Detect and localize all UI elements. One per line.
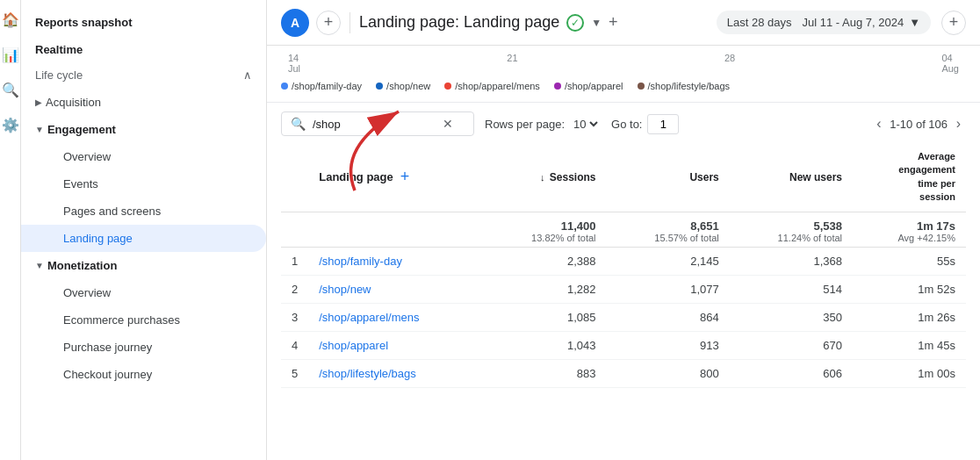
col-header-avg-time[interactable]: Averageengagementtime persession bbox=[853, 143, 966, 212]
row-sessions: 1,043 bbox=[483, 331, 606, 359]
lifecycle-collapse-icon[interactable]: ∧ bbox=[243, 68, 252, 82]
sidebar-group-monetization[interactable]: ▼ Monetization bbox=[21, 252, 266, 279]
date-range-selector[interactable]: Last 28 days Jul 11 - Aug 7, 2024 ▼ bbox=[717, 11, 931, 34]
row-users: 2,145 bbox=[607, 247, 730, 275]
col-header-rank bbox=[281, 143, 308, 212]
totals-users-sub: 15.57% of total bbox=[617, 233, 719, 243]
sidebar-item-overview[interactable]: Overview bbox=[21, 143, 266, 170]
totals-page-cell bbox=[308, 212, 483, 247]
row-new-users: 606 bbox=[730, 359, 853, 387]
next-page-button[interactable]: › bbox=[951, 114, 966, 133]
totals-avg-time-value: 1m 17s bbox=[917, 219, 955, 233]
row-sessions: 883 bbox=[483, 359, 606, 387]
icon-bar: 🏠 📊 🔍 ⚙️ bbox=[0, 0, 21, 460]
totals-new-users-value: 5,538 bbox=[813, 219, 842, 233]
legend-label-new: /shop/new bbox=[386, 81, 430, 91]
row-users: 800 bbox=[607, 359, 730, 387]
sessions-label: Sessions bbox=[550, 171, 596, 183]
table-row: 5 /shop/lifestyle/bags 883 800 606 1m 00… bbox=[281, 359, 966, 387]
home-icon[interactable]: 🏠 bbox=[2, 11, 19, 28]
sidebar-item-ecommerce[interactable]: Ecommerce purchases bbox=[21, 306, 266, 334]
add-column-button[interactable]: + bbox=[400, 168, 410, 186]
row-new-users: 514 bbox=[730, 275, 853, 303]
dropdown-icon[interactable]: ▼ bbox=[591, 17, 602, 29]
row-users: 1,077 bbox=[607, 275, 730, 303]
row-avg-time: 1m 26s bbox=[853, 303, 966, 331]
chart-area: 14Jul 21 28 04Aug /shop/family-day /shop… bbox=[267, 46, 980, 103]
row-avg-time: 55s bbox=[853, 247, 966, 275]
row-sessions: 2,388 bbox=[483, 247, 606, 275]
sidebar-item-pages-and-screens[interactable]: Pages and screens bbox=[21, 198, 266, 225]
sidebar-item-realtime[interactable]: Realtime bbox=[21, 34, 266, 61]
row-rank: 2 bbox=[281, 275, 308, 303]
x-label-aug04: 04Aug bbox=[941, 53, 959, 74]
add-comparison-button[interactable]: + bbox=[316, 11, 341, 35]
search-box[interactable]: 🔍 ✕ bbox=[281, 111, 474, 136]
col-header-sessions[interactable]: ↓ Sessions bbox=[483, 143, 606, 212]
row-sessions: 1,282 bbox=[483, 275, 606, 303]
totals-row: 11,400 13.82% of total 8,651 15.57% of t… bbox=[281, 212, 966, 247]
totals-sessions-sub: 13.82% of total bbox=[494, 233, 595, 243]
row-page[interactable]: /shop/lifestyle/bags bbox=[308, 359, 483, 387]
sidebar-item-reports-snapshot[interactable]: Reports snapshot bbox=[21, 7, 266, 34]
legend-dot-new bbox=[376, 83, 383, 90]
totals-new-users-cell: 5,538 11.24% of total bbox=[730, 212, 853, 247]
sort-arrow-icon: ↓ bbox=[540, 172, 545, 183]
legend-label-apparel: /shop/apparel bbox=[565, 81, 623, 91]
totals-avg-time-sub: Avg +42.15% bbox=[863, 233, 955, 243]
prev-page-button[interactable]: ‹ bbox=[871, 114, 886, 133]
lifecycle-section: Life cycle ∧ bbox=[21, 61, 266, 89]
table-row: 2 /shop/new 1,282 1,077 514 1m 52s bbox=[281, 275, 966, 303]
sidebar-item-purchase-journey[interactable]: Purchase journey bbox=[21, 334, 266, 361]
row-page[interactable]: /shop/family-day bbox=[308, 247, 483, 275]
topbar: A + Landing page: Landing page ✓ ▼ + Las… bbox=[267, 0, 980, 46]
chart-icon[interactable]: 📊 bbox=[2, 46, 19, 63]
legend-label-family-day: /shop/family-day bbox=[292, 81, 362, 91]
legend-label-bags: /shop/lifestyle/bags bbox=[648, 81, 731, 91]
row-page[interactable]: /shop/apparel/mens bbox=[308, 303, 483, 331]
date-range-label: Last 28 days bbox=[727, 16, 792, 29]
page-title-text: Landing page: Landing page bbox=[359, 13, 559, 32]
page-title: Landing page: Landing page ✓ ▼ + bbox=[359, 13, 710, 32]
search-icon[interactable]: 🔍 bbox=[2, 81, 19, 98]
divider bbox=[349, 12, 350, 33]
avatar[interactable]: A bbox=[281, 9, 309, 37]
sidebar-item-events[interactable]: Events bbox=[21, 170, 266, 198]
triangle-icon-engagement: ▼ bbox=[35, 125, 44, 134]
settings-icon[interactable]: ⚙️ bbox=[2, 116, 19, 133]
sidebar-group-engagement[interactable]: ▼ Engagement bbox=[21, 116, 266, 143]
row-new-users: 670 bbox=[730, 331, 853, 359]
row-avg-time: 1m 00s bbox=[853, 359, 966, 387]
row-new-users: 350 bbox=[730, 303, 853, 331]
rows-per-page-label: Rows per page: bbox=[485, 118, 565, 131]
legend-item-apparel-mens: /shop/apparel/mens bbox=[444, 81, 540, 91]
col-header-users[interactable]: Users bbox=[607, 143, 730, 212]
sidebar-item-landing-page[interactable]: Landing page bbox=[21, 225, 266, 252]
add-page-button[interactable]: + bbox=[609, 13, 618, 32]
totals-sessions-cell: 11,400 13.82% of total bbox=[483, 212, 606, 247]
sidebar-item-mon-overview[interactable]: Overview bbox=[21, 279, 266, 306]
sidebar-item-checkout-journey[interactable]: Checkout journey bbox=[21, 361, 266, 388]
rows-per-page-select[interactable]: 10 25 50 bbox=[570, 117, 601, 132]
date-label: Jul 11 - Aug 7, 2024 bbox=[802, 16, 904, 29]
pagination-info: ‹ 1-10 of 106 › bbox=[871, 114, 966, 133]
search-input[interactable] bbox=[313, 118, 436, 131]
go-to-input[interactable] bbox=[647, 114, 679, 134]
legend-item-new: /shop/new bbox=[376, 81, 430, 91]
engagement-label: Engagement bbox=[47, 123, 116, 136]
table-row: 1 /shop/family-day 2,388 2,145 1,368 55s bbox=[281, 247, 966, 275]
table-controls: 🔍 ✕ Rows per page: 10 25 50 Go to: ‹ 1-1… bbox=[281, 103, 966, 143]
table-area: 🔍 ✕ Rows per page: 10 25 50 Go to: ‹ 1-1… bbox=[267, 103, 980, 460]
row-page[interactable]: /shop/apparel bbox=[308, 331, 483, 359]
acquisition-label: Acquisition bbox=[46, 96, 101, 109]
totals-sessions-value: 11,400 bbox=[561, 219, 596, 233]
col-header-new-users[interactable]: New users bbox=[730, 143, 853, 212]
sidebar-group-acquisition[interactable]: ▶ Acquisition bbox=[21, 89, 266, 116]
legend-dot-bags bbox=[638, 83, 645, 90]
add-date-button[interactable]: + bbox=[941, 11, 966, 35]
totals-users-value: 8,651 bbox=[690, 219, 719, 233]
row-page[interactable]: /shop/new bbox=[308, 275, 483, 303]
legend-item-family-day: /shop/family-day bbox=[281, 81, 362, 91]
col-header-landing-page[interactable]: Landing page + bbox=[308, 143, 483, 212]
clear-search-icon[interactable]: ✕ bbox=[443, 117, 453, 131]
